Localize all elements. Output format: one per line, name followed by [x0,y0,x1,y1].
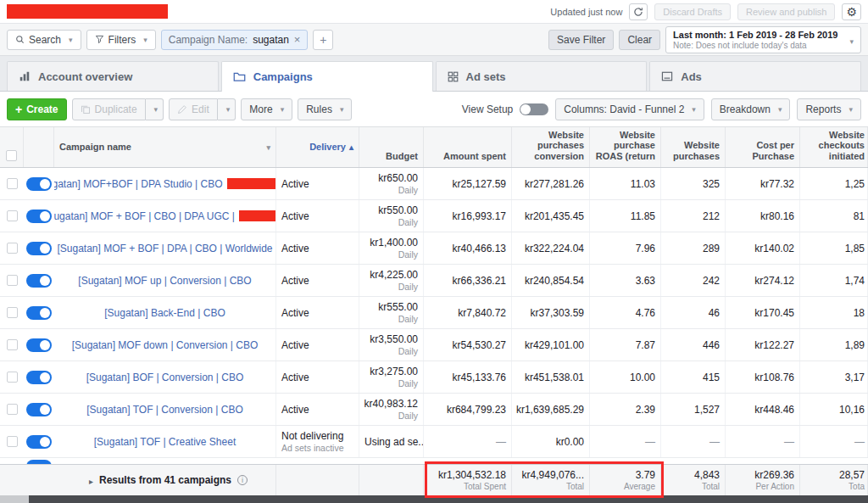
toggle-knob [40,276,50,286]
table-row[interactable]: [Sugatan] BOF | Conversion | CBO Active … [0,361,868,394]
campaign-name-link[interactable]: [Sugatan] MOF + BOF | CBO | DPA UGC | [54,210,235,222]
row-checkbox[interactable] [7,210,18,221]
cpp-value: kr448.46 [754,404,794,416]
filters-dropdown[interactable]: Filters [86,30,156,50]
view-setup-toggle[interactable] [520,103,548,115]
column-header-amount-spent[interactable]: Amount spent [424,127,512,167]
row-checkbox[interactable] [7,178,18,189]
clear-filter-button[interactable]: Clear [619,30,660,50]
date-range-value: Last month: 1 Feb 2019 - 28 Feb 2019 [673,30,837,40]
date-range-note: Note: Does not include today's data [673,41,837,50]
budget-value: kr3,550.00 [370,333,418,345]
campaign-name-link[interactable]: [Sugatan] MOF+BOF | DPA Studio | CBO [54,178,223,190]
campaign-name-link[interactable]: [Sugatan] Back-End | CBO [104,307,225,319]
campaign-active-toggle[interactable] [26,210,52,223]
active-filter-chip[interactable]: Campaign Name: sugatan [161,30,309,50]
column-header-website-purchases[interactable]: Website purchases [661,127,726,167]
campaign-active-toggle[interactable] [26,403,52,416]
table-row[interactable]: [Sugatan] TOF | Creative Sheet Not deliv… [0,426,868,458]
budget-cell: kr40,983.12 Daily [359,394,424,425]
review-publish-button[interactable]: Review and publish [737,3,835,20]
tab-account-overview[interactable]: Account overview [7,61,219,91]
discard-drafts-button[interactable]: Discard Drafts [654,3,731,20]
date-range-text: Last month: 1 Feb 2019 - 28 Feb 2019 Not… [673,30,837,50]
tab-ads[interactable]: Ads [649,61,861,91]
save-filter-button[interactable]: Save Filter [548,30,614,50]
column-header-purchases-conversion[interactable]: Website purchases conversion [512,127,590,167]
column-header-roas[interactable]: Website purchase ROAS (return [590,127,661,167]
roas-cell: 11.85 [590,200,661,232]
website-purchases-cell: 242 [661,265,726,296]
campaign-active-toggle[interactable] [26,306,52,320]
column-header-checkouts-initiated[interactable]: Website checkouts initiated [800,127,868,167]
column-header-budget[interactable]: Budget [359,127,424,167]
table-row[interactable]: [Sugatan] MOF down | Conversion | CBO Ac… [0,329,868,361]
rules-button[interactable]: Rules [298,98,352,120]
refresh-button[interactable] [629,3,648,20]
header-checkbox-cell [0,127,24,167]
campaign-name-link[interactable]: [Sugatan] TOF | Conversion | CBO [86,404,243,416]
table-row[interactable]: [Sugatan] TOF | Conversion | CBO Active … [0,394,868,426]
row-checkbox[interactable] [7,307,18,318]
duplicate-button[interactable]: Duplicate [72,98,146,120]
row-checkbox[interactable] [7,275,18,286]
expander-icon[interactable] [89,472,93,488]
campaign-active-toggle[interactable] [26,274,52,288]
roas-value: — [645,436,655,448]
budget-cell: kr4,225.00 Daily [359,265,424,296]
columns-dropdown[interactable]: Columns: David - Funnel 2 [555,98,704,120]
campaign-active-toggle[interactable] [26,177,52,191]
add-filter-button[interactable] [313,30,333,50]
column-header-cost-per-purchase[interactable]: Cost per Purchase [726,127,800,167]
tab-campaigns[interactable]: Campaigns [221,61,433,92]
campaign-active-toggle[interactable] [26,371,52,384]
campaign-name-link[interactable]: [Sugatan] MOF up | Conversion | CBO [78,275,251,287]
table-row[interactable]: [Sugatan] MOF up | Conversion | CBO Acti… [0,265,868,297]
campaign-active-toggle[interactable] [26,338,52,352]
delivery-status: Active [281,178,309,190]
search-dropdown[interactable]: Search [7,30,81,50]
breakdown-dropdown[interactable]: Breakdown [711,98,791,120]
row-checkbox-cell [0,426,24,457]
edit-button[interactable]: Edit [169,98,218,120]
campaign-name-cell: [Sugatan] MOF down | Conversion | CBO [54,329,276,360]
table-row[interactable]: [Sugatan] MOF + BOF | CBO | DPA UGC | Ac… [0,200,868,232]
campaign-name-link[interactable]: [Sugatan] BOF | Conversion | CBO [86,372,244,383]
delivery-status: Active [281,243,309,254]
campaign-name-link[interactable]: [Sugatan] MOF + BOF | DPA | CBO | Worldw… [58,243,273,254]
column-header-delivery[interactable]: Delivery [276,127,359,167]
select-all-checkbox[interactable] [6,150,17,161]
amount-spent-value: kr54,530.27 [453,339,506,351]
delivery-cell: Active [276,232,359,264]
edit-options-button[interactable] [218,98,236,120]
row-checkbox[interactable] [7,436,18,447]
info-icon[interactable] [237,475,248,485]
campaign-name-link[interactable]: [Sugatan] TOF | Creative Sheet [94,436,236,448]
budget-value: kr550.00 [378,204,418,216]
updated-status: Updated just now [550,7,622,17]
table-row[interactable]: [Sugatan] MOF + BOF | DPA | CBO | Worldw… [0,232,868,265]
settings-button[interactable] [842,3,861,20]
delivery-status: Active [281,339,309,351]
row-checkbox[interactable] [7,404,18,415]
campaign-active-toggle[interactable] [26,242,52,255]
row-checkbox[interactable] [7,339,18,350]
reports-dropdown[interactable]: Reports [797,98,861,120]
tab-ad-sets[interactable]: Ad sets [436,61,648,91]
create-button[interactable]: Create [7,98,67,120]
duplicate-options-button[interactable] [146,98,164,120]
row-checkbox[interactable] [7,243,18,254]
reports-label: Reports [805,103,841,115]
amount-spent-cell: kr40,466.13 [424,232,512,264]
toggle-knob [40,243,50,254]
table-row[interactable]: [Sugatan] Back-End | CBO Active kr555.00… [0,297,868,329]
table-row[interactable]: [Sugatan] MOF+BOF | DPA Studio | CBO Act… [0,168,868,200]
more-button[interactable]: More [241,98,292,120]
date-range-picker[interactable]: Last month: 1 Feb 2019 - 28 Feb 2019 Not… [665,26,861,53]
close-icon[interactable] [294,33,301,46]
campaign-active-toggle[interactable] [26,435,52,449]
row-checkbox[interactable] [7,372,18,383]
campaign-name-link[interactable]: [Sugatan] MOF down | Conversion | CBO [72,339,259,351]
total-value: 28,57 [839,470,865,481]
column-header-campaign-name[interactable]: Campaign name [54,127,276,167]
